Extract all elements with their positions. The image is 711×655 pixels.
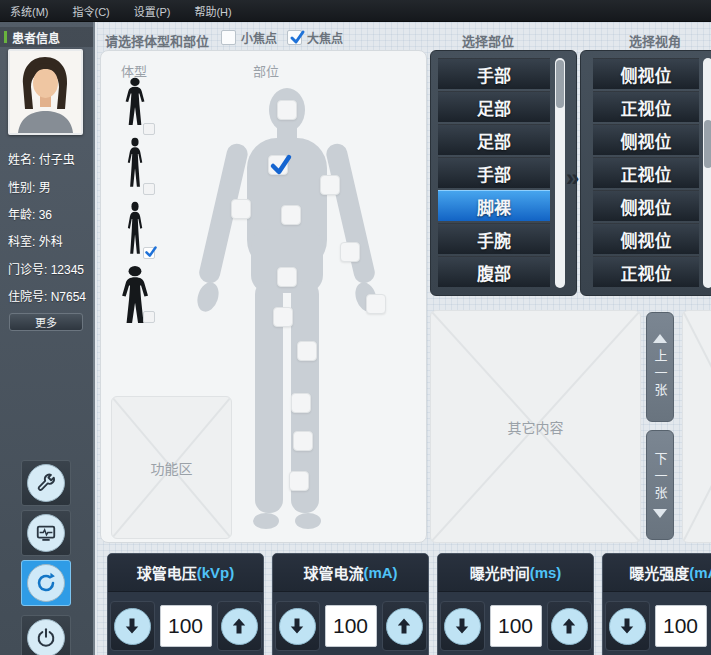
main-area: 请选择体型和部位 小焦点 大焦点 选择部位 选择视角 体型 部位 bbox=[97, 22, 711, 655]
hotspot-shoulder[interactable] bbox=[320, 175, 340, 195]
ma-increase-button[interactable] bbox=[382, 601, 427, 651]
large-focus-checkbox[interactable] bbox=[287, 30, 302, 45]
patient-age: 年龄: 36 bbox=[8, 205, 52, 222]
more-button[interactable]: 更多 bbox=[9, 313, 83, 331]
ms-unit-text: (ms) bbox=[530, 564, 562, 581]
arrow-down-icon bbox=[444, 608, 481, 645]
part-list-title: 选择部位 bbox=[462, 31, 514, 50]
part-item[interactable]: 足部 bbox=[438, 91, 550, 122]
reset-icon bbox=[27, 564, 65, 602]
small-focus-checkbox[interactable] bbox=[221, 30, 236, 45]
side-preview-box bbox=[682, 310, 711, 543]
view-item[interactable]: 正视位 bbox=[593, 157, 699, 188]
kvp-increase-button[interactable] bbox=[217, 601, 262, 651]
arrow-down-icon bbox=[653, 509, 667, 518]
view-item[interactable]: 侧视位 bbox=[593, 124, 699, 155]
view-item[interactable]: 侧视位 bbox=[593, 223, 699, 254]
kvp-panel: 球管电压(kVp) 100 bbox=[107, 553, 264, 655]
part-item[interactable]: 手部 bbox=[438, 58, 550, 89]
body-type-option-1[interactable] bbox=[115, 77, 155, 137]
hotspot-head[interactable] bbox=[277, 100, 297, 120]
kvp-decrease-button[interactable] bbox=[110, 601, 155, 651]
part-item-selected[interactable]: 脚裸 bbox=[438, 190, 550, 221]
large-focus-option[interactable]: 大焦点 bbox=[287, 29, 343, 46]
part-list-scrollbar[interactable] bbox=[555, 58, 565, 288]
body-type-checkbox-2[interactable] bbox=[143, 183, 155, 195]
part-item[interactable]: 手腕 bbox=[438, 223, 550, 254]
kvp-value[interactable]: 100 bbox=[160, 605, 212, 647]
ma-title-text: 球管电流 bbox=[303, 562, 363, 583]
hotspot-arm[interactable] bbox=[231, 199, 251, 219]
view-list-scrollbar[interactable] bbox=[703, 58, 711, 288]
patient-info-title: 患者信息 bbox=[12, 29, 60, 46]
ma-panel: 球管电流(mA) 100 bbox=[272, 553, 429, 655]
power-button[interactable] bbox=[21, 615, 71, 655]
prev-page-label: 上一张 bbox=[651, 349, 670, 400]
patient-sidebar: 患者信息 姓名: 付子虫 性别: 男 年龄: 36 科室: 外科 门诊号: 12… bbox=[0, 22, 95, 655]
view-item[interactable]: 正视位 bbox=[593, 91, 699, 122]
mas-decrease-button[interactable] bbox=[605, 601, 650, 651]
view-item[interactable]: 正视位 bbox=[593, 256, 699, 287]
view-item[interactable]: 侧视位 bbox=[593, 58, 699, 89]
hotspot-knee[interactable] bbox=[291, 393, 311, 413]
body-type-option-4[interactable] bbox=[115, 265, 155, 325]
body-type-option-3[interactable] bbox=[115, 201, 155, 261]
selection-title: 请选择体型和部位 bbox=[105, 31, 209, 50]
arrow-down-icon bbox=[609, 608, 646, 645]
patient-gender: 性别: 男 bbox=[8, 178, 51, 195]
reset-button[interactable] bbox=[21, 560, 71, 606]
check-icon bbox=[144, 245, 158, 259]
monitor-wave-icon bbox=[27, 514, 65, 552]
tools-button[interactable] bbox=[21, 460, 71, 506]
part-list-scroll-thumb[interactable] bbox=[556, 60, 564, 108]
ms-increase-button[interactable] bbox=[547, 601, 592, 651]
power-icon bbox=[27, 619, 65, 655]
part-item[interactable]: 手部 bbox=[438, 157, 550, 188]
next-page-button[interactable]: 下一张 bbox=[646, 430, 674, 540]
ms-title-text: 曝光时间 bbox=[470, 562, 530, 583]
hotspot-shin[interactable] bbox=[293, 431, 313, 451]
hotspot-thigh[interactable] bbox=[297, 341, 317, 361]
hotspot-chest-center[interactable] bbox=[281, 205, 301, 225]
body-type-option-2[interactable] bbox=[115, 137, 155, 197]
arrow-up-icon bbox=[551, 608, 588, 645]
body-type-checkbox-3[interactable] bbox=[143, 247, 155, 259]
hotspot-ankle[interactable] bbox=[289, 471, 309, 491]
arrow-down-icon bbox=[114, 608, 151, 645]
next-page-label: 下一张 bbox=[651, 452, 670, 503]
small-focus-label: 小焦点 bbox=[241, 29, 277, 46]
prev-page-button[interactable]: 上一张 bbox=[646, 312, 674, 422]
patient-outpatient-no: 门诊号: 12345 bbox=[8, 260, 84, 277]
monitor-button[interactable] bbox=[21, 510, 71, 556]
menu-command[interactable]: 指令(C) bbox=[73, 3, 110, 19]
body-type-checkbox-4[interactable] bbox=[143, 311, 155, 323]
ms-value[interactable]: 100 bbox=[490, 605, 542, 647]
part-item[interactable]: 腹部 bbox=[438, 256, 550, 287]
function-area-label: 功能区 bbox=[112, 397, 231, 538]
small-focus-option[interactable]: 小焦点 bbox=[221, 29, 277, 46]
view-item[interactable]: 侧视位 bbox=[593, 190, 699, 221]
body-type-checkbox-1[interactable] bbox=[143, 123, 155, 135]
ms-decrease-button[interactable] bbox=[440, 601, 485, 651]
part-item[interactable]: 足部 bbox=[438, 124, 550, 155]
mas-panel: 曝光强度(mAs) 100 bbox=[602, 553, 711, 655]
hotspot-abdomen[interactable] bbox=[277, 267, 297, 287]
view-list-scroll-thumb[interactable] bbox=[704, 120, 711, 168]
menu-help[interactable]: 帮助(H) bbox=[194, 3, 231, 19]
kvp-unit-text: (kVp) bbox=[197, 564, 235, 581]
hotspot-pelvis[interactable] bbox=[273, 307, 293, 327]
hotspot-chest-left[interactable] bbox=[268, 155, 288, 175]
ma-value[interactable]: 100 bbox=[325, 605, 377, 647]
ma-decrease-button[interactable] bbox=[275, 601, 320, 651]
part-label: 部位 bbox=[253, 61, 279, 80]
patient-inpatient-no: 住院号: N7654 bbox=[8, 287, 86, 304]
menu-system[interactable]: 系统(M) bbox=[10, 3, 49, 19]
function-area-box: 功能区 bbox=[111, 396, 232, 539]
mas-value[interactable]: 100 bbox=[655, 605, 707, 647]
menu-settings[interactable]: 设置(P) bbox=[134, 3, 171, 19]
part-list-panel: 手部 足部 足部 手部 脚裸 手腕 腹部 bbox=[430, 50, 577, 296]
hotspot-elbow[interactable] bbox=[340, 242, 360, 262]
kvp-panel-title: 球管电压(kVp) bbox=[108, 554, 263, 592]
green-accent-bar bbox=[4, 31, 7, 43]
hotspot-hand[interactable] bbox=[366, 294, 386, 314]
